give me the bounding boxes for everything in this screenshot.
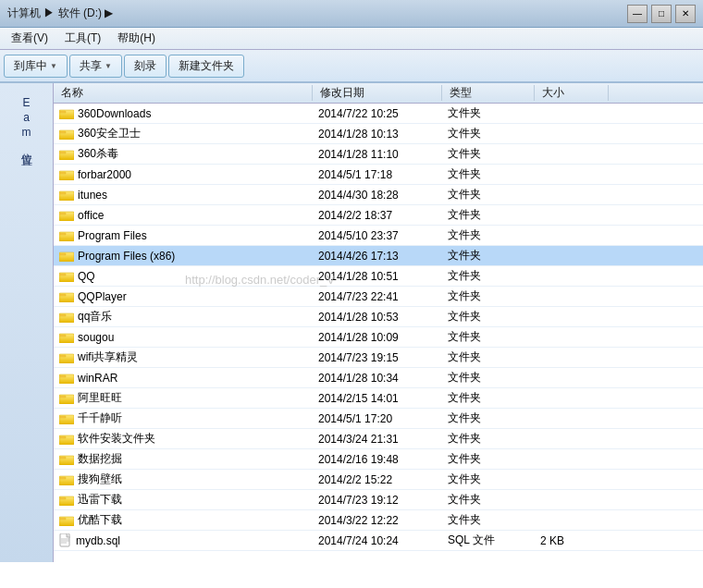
svg-rect-14: [59, 192, 66, 194]
folder-icon: [59, 189, 74, 201]
file-name-cell: Program Files: [54, 229, 313, 242]
table-row[interactable]: 软件安装文件夹2014/3/24 21:31文件夹: [54, 429, 703, 449]
file-type-cell: 文件夹: [442, 431, 535, 447]
menu-help[interactable]: 帮助(H): [110, 29, 163, 48]
file-modified-cell: 2014/1/28 11:10: [313, 148, 442, 161]
table-row[interactable]: 迅雷下载2014/7/23 19:12文件夹: [54, 490, 703, 510]
file-modified-cell: 2014/7/22 10:25: [313, 107, 442, 120]
dropdown-arrow-icon: ▼: [105, 62, 112, 70]
table-row[interactable]: itunes2014/4/30 18:28文件夹: [54, 185, 703, 205]
table-row[interactable]: 360安全卫士2014/1/28 10:13文件夹: [54, 124, 703, 144]
table-row[interactable]: qq音乐2014/1/28 10:53文件夹: [54, 307, 703, 327]
file-modified-cell: 2014/1/28 10:53: [313, 311, 442, 324]
file-modified-cell: 2014/1/28 10:13: [313, 128, 442, 141]
file-area[interactable]: 名称 修改日期 类型 大小 360Downloads201: [54, 83, 703, 562]
file-modified-cell: 2014/7/23 22:41: [313, 290, 442, 303]
maximize-button[interactable]: □: [651, 5, 672, 23]
folder-icon: [59, 128, 74, 140]
file-type-cell: 文件夹: [442, 187, 535, 202]
sidebar-label-location: 位置: [18, 144, 34, 148]
table-row[interactable]: QQPlayer2014/7/23 22:41文件夹: [54, 287, 703, 307]
toolbar-new-folder-button[interactable]: 新建文件夹: [168, 55, 244, 78]
close-button[interactable]: ✕: [675, 5, 696, 23]
table-row[interactable]: 优酷下载2014/3/22 12:22文件夹: [54, 510, 703, 531]
col-header-modified[interactable]: 修改日期: [313, 85, 442, 101]
menu-view[interactable]: 查看(V): [4, 29, 56, 48]
folder-icon: [59, 514, 74, 526]
folder-icon: [59, 433, 74, 445]
folder-icon: [59, 250, 74, 262]
folder-icon: [59, 290, 74, 302]
file-type-cell: 文件夹: [442, 207, 535, 223]
minimize-button[interactable]: —: [627, 5, 648, 23]
file-modified-cell: 2014/1/28 10:51: [313, 270, 442, 283]
file-modified-cell: 2014/4/26 17:13: [313, 250, 442, 263]
toolbar-share-button[interactable]: 共享 ▼: [69, 55, 122, 78]
folder-icon: [59, 331, 74, 343]
file-modified-cell: 2014/7/23 19:15: [313, 351, 442, 364]
file-modified-cell: 2014/2/2 18:37: [313, 209, 442, 222]
menu-tools[interactable]: 工具(T): [57, 29, 108, 48]
col-header-size[interactable]: 大小: [535, 85, 609, 101]
folder-icon: [59, 168, 74, 180]
file-modified-cell: 2014/5/1 17:20: [313, 412, 442, 425]
title-bar: 计算机 ▶ 软件 (D:) ▶ — □ ✕: [0, 0, 703, 28]
table-row[interactable]: 千千静听2014/5/1 17:20文件夹: [54, 409, 703, 429]
file-name-cell: winRAR: [54, 372, 313, 385]
table-row[interactable]: 数据挖掘2014/2/16 19:48文件夹: [54, 449, 703, 470]
svg-rect-50: [59, 436, 66, 438]
title-text: 计算机 ▶ 软件 (D:) ▶: [7, 6, 113, 21]
svg-rect-47: [59, 416, 66, 418]
file-type-cell: 文件夹: [442, 472, 535, 487]
file-list: 360Downloads2014/7/22 10:25文件夹 360安全卫士20…: [54, 104, 703, 551]
file-name-cell: qq音乐: [54, 309, 313, 325]
svg-rect-29: [59, 294, 66, 296]
sidebar: Eam 位置: [0, 83, 54, 562]
main-layout: Eam 位置 名称 修改日期 类型 大小: [0, 83, 703, 562]
folder-icon: [59, 148, 74, 160]
table-row[interactable]: 阿里旺旺2014/2/15 14:01文件夹: [54, 388, 703, 409]
file-name-cell: QQ: [54, 270, 313, 283]
table-row[interactable]: 360杀毒2014/1/28 11:10文件夹: [54, 144, 703, 165]
toolbar-burn-button[interactable]: 刻录: [124, 55, 166, 78]
file-name-cell: 数据挖掘: [54, 451, 313, 467]
table-row[interactable]: wifi共享精灵2014/7/23 19:15文件夹: [54, 348, 703, 368]
table-row[interactable]: mydb.sql2014/7/24 10:24SQL 文件2 KB: [54, 531, 703, 551]
col-header-name[interactable]: 名称: [54, 85, 313, 101]
col-header-type[interactable]: 类型: [442, 85, 535, 101]
svg-rect-11: [59, 172, 66, 174]
file-type-cell: 文件夹: [442, 512, 535, 528]
menu-bar: 查看(V) 工具(T) 帮助(H): [0, 28, 703, 50]
file-modified-cell: 2014/2/15 14:01: [313, 392, 442, 405]
file-type-cell: 文件夹: [442, 451, 535, 467]
file-type-cell: 文件夹: [442, 227, 535, 243]
file-name-cell: sougou: [54, 331, 313, 344]
file-modified-cell: 2014/1/28 10:34: [313, 372, 442, 385]
table-row[interactable]: 搜狗壁纸2014/2/2 15:22文件夹: [54, 470, 703, 490]
folder-icon: [59, 412, 74, 424]
table-row[interactable]: 360Downloads2014/7/22 10:25文件夹: [54, 104, 703, 124]
dropdown-arrow-icon: ▼: [50, 62, 57, 70]
folder-icon: [59, 209, 74, 221]
table-row[interactable]: winRAR2014/1/28 10:34文件夹: [54, 368, 703, 388]
file-name-cell: mydb.sql: [54, 533, 313, 548]
svg-rect-8: [59, 152, 66, 153]
file-name-cell: 360Downloads: [54, 107, 313, 120]
file-type-cell: SQL 文件: [442, 533, 535, 548]
table-row[interactable]: forbar20002014/5/1 17:18文件夹: [54, 165, 703, 185]
table-row[interactable]: Program Files2014/5/10 23:37文件夹: [54, 226, 703, 246]
file-size-cell: 2 KB: [535, 534, 609, 547]
svg-rect-38: [59, 355, 66, 357]
file-type-cell: 文件夹: [442, 105, 535, 121]
table-row[interactable]: sougou2014/1/28 10:09文件夹: [54, 327, 703, 348]
table-row[interactable]: Program Files (x86)2014/4/26 17:13文件夹: [54, 246, 703, 266]
column-headers: 名称 修改日期 类型 大小: [54, 83, 703, 104]
file-name-cell: Program Files (x86): [54, 250, 313, 263]
toolbar-library-button[interactable]: 到库中 ▼: [4, 55, 68, 78]
table-row[interactable]: QQ2014/1/28 10:51文件夹: [54, 266, 703, 287]
table-row[interactable]: office2014/2/2 18:37文件夹: [54, 205, 703, 226]
file-name-cell: itunes: [54, 189, 313, 202]
file-modified-cell: 2014/5/1 17:18: [313, 168, 442, 181]
file-modified-cell: 2014/7/23 19:12: [313, 494, 442, 507]
file-type-cell: 文件夹: [442, 288, 535, 304]
